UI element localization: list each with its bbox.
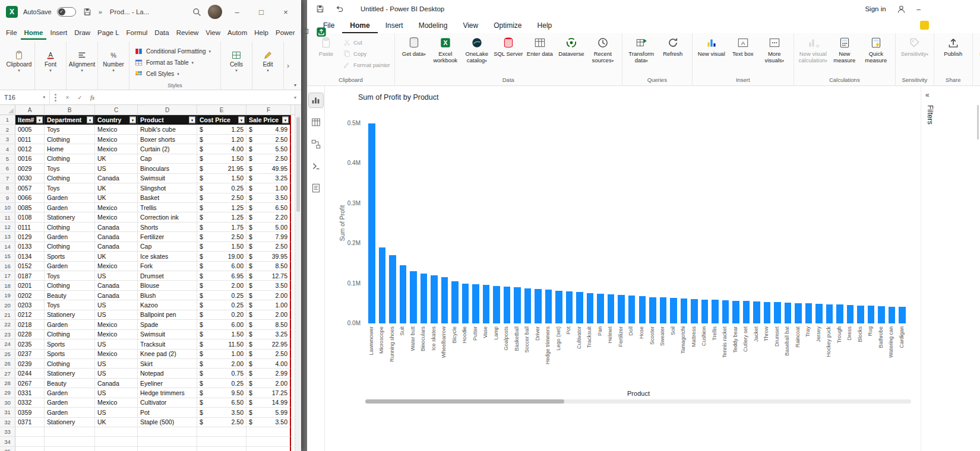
row-number[interactable]: 4 <box>0 144 15 154</box>
search-icon[interactable] <box>191 6 203 18</box>
chart-bar[interactable] <box>868 306 875 323</box>
cell-0201[interactable]: 0201 <box>15 281 45 290</box>
row-number[interactable]: 3 <box>0 135 15 144</box>
cell-0203[interactable]: 0203 <box>15 300 45 310</box>
confirm-entry-icon[interactable]: ✓ <box>74 94 86 101</box>
cell-slingshot[interactable]: Slingshot <box>138 183 197 193</box>
cell-3-25[interactable]: $3.25 <box>246 330 291 339</box>
cell-2-50[interactable]: $2.50 <box>197 418 246 427</box>
menu-optimize[interactable]: Optimize <box>486 18 529 33</box>
cell-5-50[interactable]: $5.50 <box>246 144 291 154</box>
cell-0030[interactable]: 0030 <box>15 174 45 183</box>
cell-toys[interactable]: Toys <box>45 300 95 310</box>
filter-dropdown-icon[interactable]: ▾ <box>36 116 43 123</box>
cell-mexico[interactable]: Mexico <box>95 135 138 144</box>
row-number[interactable]: 11 <box>0 212 15 222</box>
cell-2-00[interactable]: $2.00 <box>246 310 291 320</box>
excel-tab-help[interactable]: Help <box>251 26 272 40</box>
cell-6-00[interactable]: $6.00 <box>197 320 246 329</box>
chart-bar[interactable] <box>628 296 636 323</box>
cell-clothing[interactable]: Clothing <box>45 359 95 369</box>
cell-us[interactable]: US <box>95 310 138 320</box>
report-view-button[interactable] <box>309 93 323 107</box>
row-number[interactable]: 31 <box>0 408 15 417</box>
cell-1-00[interactable]: $1.00 <box>246 183 291 193</box>
excel-tab-data[interactable]: Data <box>151 26 172 40</box>
chart-bar[interactable] <box>524 288 532 323</box>
chart-bar[interactable] <box>660 297 667 323</box>
cell-8-50[interactable]: $8.50 <box>246 320 291 329</box>
chart-bar[interactable] <box>795 303 802 323</box>
menu-insert[interactable]: Insert <box>378 18 411 33</box>
cell-0129[interactable]: 0129 <box>15 232 45 242</box>
model-view-button[interactable] <box>309 137 323 151</box>
chart-bar[interactable] <box>587 293 594 323</box>
cell-19-00[interactable]: $19.00 <box>197 252 246 261</box>
column-header-a[interactable]: A <box>15 105 45 115</box>
cell-pot[interactable]: Pot <box>138 408 197 417</box>
chart-bar[interactable] <box>472 284 479 323</box>
row-number[interactable]: 24 <box>0 339 15 349</box>
cell-0187[interactable]: 0187 <box>15 271 45 281</box>
cell-mexico[interactable]: Mexico <box>95 398 138 408</box>
chart-bar[interactable] <box>618 295 625 323</box>
cell-3[interactable] <box>138 447 197 451</box>
cell-0057[interactable]: 0057 <box>15 183 45 193</box>
quick-measure-button[interactable]: Quick measure <box>861 36 891 63</box>
copy-button[interactable]: Copy <box>343 49 390 58</box>
cell-canada[interactable]: Canada <box>95 232 138 242</box>
chart-bar[interactable] <box>670 298 677 323</box>
new-visual-calculation-button[interactable]: fxNew visual calculation▾ <box>798 36 828 63</box>
ribbon-collapse-icon[interactable]: ▾ <box>294 82 296 88</box>
row-number[interactable]: 35 <box>0 447 15 451</box>
ribbon-group-cells[interactable]: Cells▾ <box>221 42 252 90</box>
cell-0005[interactable]: 0005 <box>15 125 45 134</box>
row-number[interactable]: 30 <box>0 398 15 408</box>
cell-toys[interactable]: Toys <box>45 164 95 173</box>
cell-mexico[interactable]: Mexico <box>95 350 138 359</box>
cell-1-20[interactable]: $1.20 <box>197 135 246 144</box>
cell-0133[interactable]: 0133 <box>15 242 45 252</box>
cell-0134[interactable]: 0134 <box>15 252 45 261</box>
cell-3-25[interactable]: $3.25 <box>246 174 291 183</box>
column-header-f[interactable]: F <box>246 105 291 115</box>
row-number[interactable]: 2 <box>0 125 15 134</box>
row-number[interactable]: 16 <box>0 262 15 271</box>
chart-bar[interactable] <box>483 285 490 323</box>
excel-tab-home[interactable]: Home <box>21 26 47 40</box>
cell-us[interactable]: US <box>95 359 138 369</box>
cell-garden[interactable]: Garden <box>45 262 95 271</box>
row-number[interactable]: 32 <box>0 418 15 427</box>
cell-6-50[interactable]: $6.50 <box>197 398 246 408</box>
row-number[interactable]: 21 <box>0 310 15 320</box>
cell-clothing[interactable]: Clothing <box>45 135 95 144</box>
ribbon-group-alignment[interactable]: Alignment▾ <box>67 42 98 90</box>
row-number[interactable]: 33 <box>0 427 15 437</box>
cell-2[interactable] <box>95 447 138 451</box>
excel-tab-draw[interactable]: Draw <box>71 26 94 40</box>
cell-0[interactable] <box>15 437 45 446</box>
cell-0218[interactable]: 0218 <box>15 320 45 329</box>
cell-0202[interactable]: 0202 <box>15 291 45 300</box>
cell-blush[interactable]: Blush <box>138 291 197 300</box>
row-number[interactable]: 7 <box>0 174 15 183</box>
menu-help[interactable]: Help <box>530 18 560 33</box>
cell-5-99[interactable]: $5.99 <box>246 408 291 417</box>
cell-3[interactable] <box>138 437 197 446</box>
excel-tab-autom[interactable]: Autom <box>224 26 251 40</box>
cell-canada[interactable]: Canada <box>95 242 138 252</box>
filters-pane-label[interactable]: Filters <box>926 105 934 125</box>
cell-ice-skates[interactable]: Ice skates <box>138 252 197 261</box>
cell-canada[interactable]: Canada <box>95 223 138 232</box>
cell-swimsuit[interactable]: Swimsuit <box>138 174 197 183</box>
excel-tab-view[interactable]: View <box>202 26 224 40</box>
cell-1-00[interactable]: $1.00 <box>197 350 246 359</box>
cell-0228[interactable]: 0228 <box>15 330 45 339</box>
cell-5[interactable] <box>246 447 291 451</box>
excel-tab-power[interactable]: Power <box>272 26 299 40</box>
cell-3-50[interactable]: $3.50 <box>246 418 291 427</box>
chart-bar[interactable] <box>608 294 615 323</box>
chart-bar[interactable] <box>379 247 386 323</box>
cell-0108[interactable]: 0108 <box>15 212 45 222</box>
cell-0152[interactable]: 0152 <box>15 262 45 271</box>
